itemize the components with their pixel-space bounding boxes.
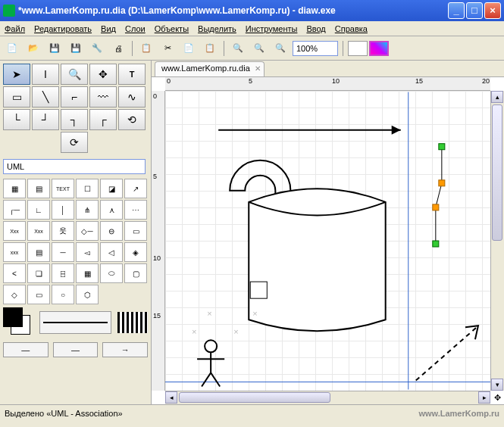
menu-objects[interactable]: Объекты [155, 24, 189, 33]
zoom-input[interactable]: 100% [293, 41, 338, 56]
shape-dots[interactable]: ⋯ [124, 200, 147, 220]
nav-corner-icon[interactable]: ✥ [490, 391, 504, 404]
document-tab[interactable]: www.LamerKomp.ru.dia ✕ [155, 61, 265, 76]
elbow2-tool[interactable]: ┘ [32, 109, 59, 130]
shape-cyl[interactable]: ⌸ [52, 263, 74, 283]
shape-sbox[interactable]: ☐ [76, 179, 99, 198]
shape-xxx1[interactable]: Xxx [3, 221, 26, 241]
shape-angle[interactable]: ∟ [27, 200, 50, 220]
shape-note[interactable]: TEXT [52, 179, 74, 198]
horizontal-ruler: 0 5 10 15 20 [165, 77, 490, 91]
menu-help[interactable]: Справка [335, 24, 368, 33]
shape-palette: ▦ ▤ TEXT ☐ ◪ ↗ ┌─ ∟ │ ⋔ ⋏ ⋯ Xxx Xxx 웃 ◇─… [0, 177, 151, 306]
pattern-preview[interactable] [117, 312, 148, 333]
vertical-ruler: 0 5 10 15 [152, 91, 165, 391]
main-toolbar: 📄 📂 💾 💾 🔧 🖨 📋 ✂ 📄 📋 🔍 🔍 🔍 100% [0, 36, 504, 61]
shape-msg[interactable]: ↗ [124, 179, 147, 198]
tab-label: www.LamerKomp.ru.dia [161, 64, 250, 73]
shape-assoc[interactable]: ─ [52, 242, 74, 262]
paste-button[interactable]: 📄 [180, 39, 198, 58]
shape-open[interactable]: < [3, 263, 26, 283]
category-select[interactable]: UML [3, 159, 146, 174]
shape-class2[interactable]: ▤ [27, 179, 50, 198]
fg-swatch[interactable] [348, 41, 368, 56]
zoom-tool[interactable]: 🔍 [61, 64, 88, 85]
minimize-button[interactable]: _ [448, 2, 465, 19]
export-button[interactable]: 🔧 [88, 39, 106, 58]
shape-oval[interactable]: ⬭ [100, 263, 123, 283]
shape-stick[interactable]: 웃 [52, 221, 74, 241]
move-tool[interactable]: ✥ [89, 64, 117, 85]
elbow1-tool[interactable]: └ [3, 109, 30, 130]
svg-text:×: × [207, 309, 211, 318]
shape-3d[interactable]: ❏ [27, 263, 50, 283]
fg-color[interactable] [3, 307, 23, 327]
cut-button[interactable]: ✂ [158, 39, 177, 58]
line-style-preview[interactable] [43, 322, 108, 323]
menu-file[interactable]: Файл [5, 24, 25, 33]
shape-class3[interactable]: ▤ [27, 242, 50, 262]
shape-life[interactable]: ┌─ [3, 200, 26, 220]
elbow3-tool[interactable]: ┐ [61, 109, 88, 130]
bezier-tool[interactable]: ∿ [118, 86, 146, 108]
pointer-tool[interactable]: ➤ [3, 64, 30, 85]
elbow4-tool[interactable]: ┌ [89, 109, 117, 130]
undo-button[interactable]: 📋 [201, 39, 219, 58]
menu-tools[interactable]: Инструменты [246, 24, 298, 33]
tab-close-icon[interactable]: ✕ [255, 64, 261, 73]
print-button[interactable]: 🖨 [109, 39, 127, 58]
image-tool[interactable]: ⟳ [61, 132, 88, 153]
shape-hex[interactable]: ⬡ [76, 285, 99, 304]
vertical-scrollbar[interactable]: ▴ ▾ [490, 91, 504, 391]
zoom-out-button[interactable]: 🔍 [250, 39, 268, 58]
polyline-tool[interactable]: ⌐ [61, 86, 88, 108]
curve-tool[interactable]: 〰 [89, 86, 117, 108]
svg-line-8 [202, 372, 211, 386]
maximize-button[interactable]: □ [466, 2, 483, 19]
zoom-in-button[interactable]: 🔍 [229, 39, 247, 58]
text-tool[interactable]: T [118, 64, 146, 85]
shape-half[interactable]: ◁ [100, 242, 123, 262]
shape-branch[interactable]: ⋔ [76, 200, 99, 220]
left-panel: ➤ I 🔍 ✥ T ▭ ╲ ⌐ 〰 ∿ └ ┘ ┐ ┌ ⟲ ⟳ UML ▦ ▤ … [0, 61, 152, 404]
close-button[interactable]: × [484, 2, 501, 19]
menu-layers[interactable]: Слои [125, 24, 146, 33]
bg-swatch[interactable] [369, 41, 389, 56]
shape-circ[interactable]: ⊖ [100, 221, 123, 241]
shape-harrow[interactable]: ◅ [76, 242, 99, 262]
new-button[interactable]: 📄 [3, 39, 21, 58]
shape-grid[interactable]: ▦ [76, 263, 99, 283]
horizontal-scrollbar[interactable]: ◂ ▸ [165, 391, 490, 404]
shape-xxx3[interactable]: xxx [3, 242, 26, 262]
shape-line[interactable]: │ [52, 200, 74, 220]
shape-rect[interactable]: ▭ [27, 285, 50, 304]
menu-view[interactable]: Вид [101, 24, 116, 33]
menu-bar: Файл Редактировать Вид Слои Объекты Выде… [0, 21, 504, 36]
arrow-start[interactable]: — [3, 342, 49, 357]
menu-input[interactable]: Ввод [306, 24, 325, 33]
open-button[interactable]: 📂 [24, 39, 42, 58]
shape-obj[interactable]: ▭ [124, 221, 147, 241]
shape-ddiam[interactable]: ◈ [124, 242, 147, 262]
shape-aggreg[interactable]: ◇─ [76, 221, 99, 241]
copy-button[interactable]: 📋 [137, 39, 155, 58]
menu-edit[interactable]: Редактировать [34, 24, 92, 33]
line-tool[interactable]: ╲ [32, 86, 59, 108]
menu-select[interactable]: Выделить [198, 24, 236, 33]
zoom-fit-button[interactable]: 🔍 [271, 39, 290, 58]
shape-diam[interactable]: ◇ [3, 285, 26, 304]
text-cursor-tool[interactable]: I [32, 64, 59, 85]
rect-select-tool[interactable]: ▭ [3, 86, 30, 108]
shape-rrect[interactable]: ▢ [124, 263, 147, 283]
shape-tree[interactable]: ⋏ [100, 200, 123, 220]
canvas[interactable]: × × × × [165, 91, 490, 391]
scroll-tool[interactable]: ⟲ [118, 109, 146, 130]
shape-xxx2[interactable]: Xxx [27, 221, 50, 241]
saveas-button[interactable]: 💾 [67, 39, 85, 58]
shape-note2[interactable]: ◪ [100, 179, 123, 198]
line-weight[interactable]: — [53, 342, 99, 357]
arrow-end[interactable]: → [102, 342, 148, 357]
save-button[interactable]: 💾 [45, 39, 64, 58]
shape-class[interactable]: ▦ [3, 179, 26, 198]
shape-circ2[interactable]: ○ [52, 285, 74, 304]
